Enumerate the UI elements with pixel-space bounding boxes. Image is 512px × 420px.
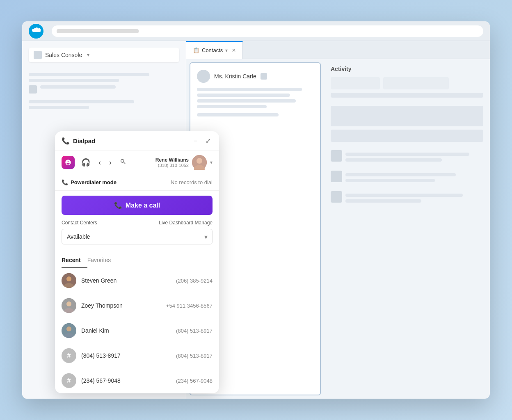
- cc-label: Contact Centers: [62, 220, 97, 226]
- recent-tab[interactable]: Recent: [62, 253, 87, 268]
- timeline-content-3: [345, 191, 483, 205]
- left-mock-content: [29, 67, 179, 115]
- timeline-item-1: [331, 150, 483, 164]
- dialpad-logo: [62, 156, 75, 169]
- contacts-tabs-bar: Recent Favorites: [55, 253, 219, 268]
- sales-console-icon: [34, 51, 42, 59]
- contact-name-1: Zoey Thompson: [81, 302, 161, 309]
- dialpad-phone-icon: 📞: [62, 137, 70, 145]
- favorites-tab[interactable]: Favorites: [87, 253, 118, 268]
- cc-row: Contact Centers Live Dashboard Manage: [62, 220, 213, 226]
- browser-chrome: [22, 21, 490, 41]
- contact-detail-4: [197, 105, 267, 108]
- contact-avatar-1: [62, 298, 76, 313]
- activity-panel: Activity: [324, 59, 490, 399]
- contact-avatar: [197, 70, 210, 83]
- activity-row-1: [331, 77, 483, 89]
- contact-detail-3: [197, 99, 296, 103]
- forward-button[interactable]: ›: [107, 157, 113, 169]
- edit-icon[interactable]: [261, 73, 267, 80]
- mock-bar-1: [29, 73, 149, 76]
- contact-header: Ms. Kristin Carle: [197, 70, 313, 83]
- contacts-tab[interactable]: 📋 Contacts ▾ ✕: [186, 41, 243, 59]
- user-name: Rene Williams: [155, 157, 189, 163]
- activity-title: Activity: [331, 66, 483, 72]
- cc-action[interactable]: Live Dashboard Manage: [159, 220, 213, 226]
- mock-row: [29, 85, 179, 94]
- dialpad-header-actions: − ⤢: [192, 136, 213, 146]
- salesforce-logo: [29, 24, 43, 39]
- contacts-tab-label: Contacts: [202, 47, 223, 53]
- activity-medium-block: [331, 130, 483, 142]
- contact-detail-5: [197, 113, 279, 116]
- expand-button[interactable]: ⤢: [204, 136, 213, 146]
- mock-bar-2: [29, 79, 119, 82]
- timeline-icon-3: [331, 191, 342, 203]
- contact-item-0[interactable]: Steven Green (206) 385-9214: [55, 268, 219, 293]
- mock-bar-5: [29, 106, 89, 109]
- dialpad-title: Dialpad: [73, 137, 192, 144]
- sales-console-label: Sales Console: [45, 52, 82, 58]
- contact-phone-3: (804) 513-8917: [176, 353, 213, 359]
- minimize-button[interactable]: −: [192, 136, 199, 146]
- tl-bar-2: [345, 158, 442, 162]
- contact-name-0: Steven Green: [81, 277, 171, 284]
- contact-item-3[interactable]: # (804) 513-8917 (804) 513-8917: [55, 343, 219, 368]
- availability-select[interactable]: Available Busy Away Offline: [62, 229, 213, 244]
- activity-spacer: [331, 106, 483, 142]
- tab-close[interactable]: ✕: [232, 48, 236, 53]
- user-info: Rene Williams (318) 310-1052 ▾: [155, 155, 213, 170]
- dialpad-widget: 📞 Dialpad − ⤢ 🎧 ‹ ›: [55, 131, 219, 393]
- address-bar[interactable]: [52, 25, 483, 37]
- main-panel: 📋 Contacts ▾ ✕ Ms. Kristin Carle: [186, 41, 490, 399]
- tab-dropdown[interactable]: ▾: [225, 48, 228, 53]
- tl-bar-6: [345, 199, 421, 203]
- dialpad-header: 📞 Dialpad − ⤢: [55, 131, 219, 151]
- contact-name-3: (804) 513-8917: [81, 352, 171, 359]
- browser-window: Sales Console ▾ 📋 Contacts: [22, 21, 490, 399]
- contact-detail-2: [197, 94, 290, 97]
- make-call-label: Make a call: [126, 202, 160, 209]
- svg-point-7: [66, 301, 71, 306]
- headset-button[interactable]: 🎧: [80, 156, 92, 169]
- mock-icon-2: [29, 85, 37, 94]
- contacts-list: Steven Green (206) 385-9214 Zoey Thompso…: [55, 268, 219, 393]
- user-chevron-button[interactable]: ▾: [210, 160, 213, 165]
- url-text: [57, 29, 139, 33]
- user-details: Rene Williams (318) 310-1052: [155, 157, 189, 168]
- contact-phone-4: (234) 567-9048: [176, 378, 213, 384]
- contact-avatar-4: #: [62, 373, 76, 388]
- activity-block-2: [383, 77, 449, 89]
- contact-item-1[interactable]: Zoey Thompson +54 911 3456-8567: [55, 293, 219, 318]
- powerdialer-text: Powerdialer mode: [71, 179, 117, 185]
- activity-large-block: [331, 106, 483, 126]
- dropdown-arrow[interactable]: ▾: [87, 52, 89, 58]
- back-button[interactable]: ‹: [97, 157, 103, 169]
- dialpad-toolbar: 🎧 ‹ › Rene Williams (318) 310-1052: [55, 151, 219, 174]
- contact-name-2: Daniel Kim: [81, 327, 171, 334]
- search-button[interactable]: [118, 157, 128, 169]
- svg-point-4: [66, 276, 71, 281]
- sales-console-header: Sales Console ▾: [29, 48, 179, 62]
- user-phone: (318) 310-1052: [155, 163, 189, 168]
- tab-bar: 📋 Contacts ▾ ✕: [186, 41, 490, 59]
- powerdialer-bar: 📞 Powerdialer mode No records to dial: [55, 174, 219, 191]
- timeline-content-1: [345, 150, 483, 164]
- powerdialer-status: No records to dial: [171, 179, 213, 185]
- tl-bar-1: [345, 153, 469, 156]
- timeline-icon-2: [331, 171, 342, 182]
- contact-item-4[interactable]: # (234) 567-9048 (234) 567-9048: [55, 368, 219, 393]
- contacts-tab-icon: 📋: [193, 47, 199, 53]
- powerdialer-phone-icon: 📞: [62, 179, 68, 185]
- hash-icon-4: #: [67, 377, 71, 384]
- make-call-button[interactable]: 📞 Make a call: [62, 196, 213, 215]
- tl-bar-5: [345, 194, 463, 197]
- call-phone-icon: 📞: [114, 201, 122, 209]
- browser-content: Sales Console ▾ 📋 Contacts: [22, 41, 490, 399]
- mock-bar-4: [29, 100, 134, 103]
- contact-name-4: (234) 567-9048: [81, 377, 171, 384]
- contact-avatar-2: [62, 323, 76, 338]
- content-area: Ms. Kristin Carle Activity: [186, 59, 490, 399]
- contact-item-2[interactable]: Daniel Kim (804) 513-8917: [55, 318, 219, 343]
- hash-icon-3: #: [67, 352, 71, 359]
